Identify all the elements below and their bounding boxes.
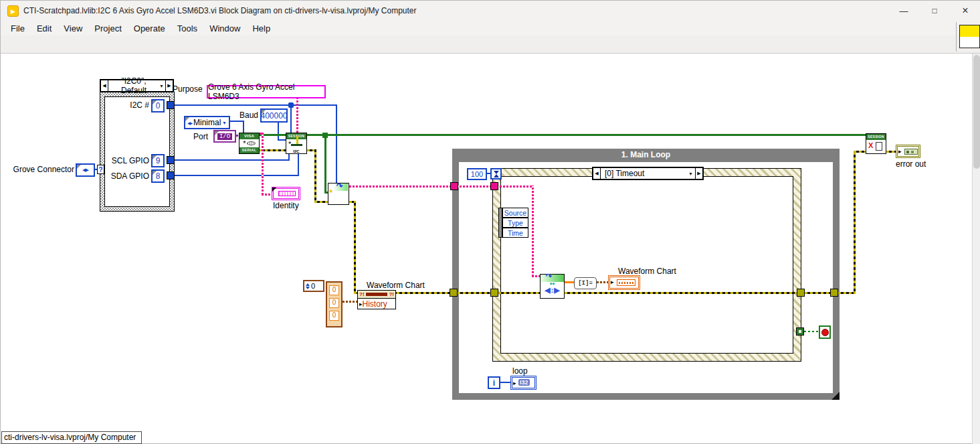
chart-history-property-node[interactable]: ?! ?! ▸ History <box>357 290 396 309</box>
close-button[interactable]: × <box>950 1 980 21</box>
close-session-node[interactable]: SESSION X <box>866 133 886 154</box>
menu-window[interactable]: Window <box>203 22 246 35</box>
wire-error[interactable] <box>354 201 356 294</box>
menu-tools[interactable]: Tools <box>171 22 203 35</box>
wire-error[interactable] <box>854 151 856 294</box>
sda-gpio-constant[interactable]: 8 <box>151 169 165 183</box>
wire-error[interactable] <box>314 149 316 203</box>
wire-sda-gpio[interactable] <box>175 175 299 176</box>
wire-minimal-enum[interactable] <box>243 122 244 133</box>
identity-indicator[interactable] <box>272 187 300 200</box>
wire-error[interactable] <box>886 151 896 153</box>
menu-operate[interactable]: Operate <box>128 22 171 35</box>
wire-cluster[interactable] <box>597 281 608 283</box>
wire-device-reference[interactable] <box>349 186 534 188</box>
wire-visa-session[interactable] <box>260 134 866 136</box>
wire-error[interactable] <box>805 292 830 294</box>
wire-iteration[interactable] <box>500 382 510 383</box>
while-loop-resize-grip[interactable] <box>831 392 840 400</box>
vertical-scrollbar[interactable] <box>972 54 980 444</box>
array-element[interactable]: 0 <box>329 298 339 308</box>
menu-file[interactable]: File <box>5 22 31 35</box>
event-data-time[interactable]: Time <box>502 228 528 238</box>
wire-scl-gpio[interactable] <box>175 159 290 161</box>
case-prev-icon[interactable]: ◀ <box>101 80 108 91</box>
wire-scl-gpio[interactable] <box>288 154 290 161</box>
tunnel-sda-gpio[interactable] <box>167 171 175 179</box>
tunnel-stop-boolean[interactable] <box>796 327 804 336</box>
case-next-icon[interactable]: ▶ <box>165 80 173 91</box>
minimal-enum-constant[interactable]: ◀▶ Minimal ▼ <box>184 116 230 129</box>
i2c-num-constant[interactable]: 0 <box>151 99 165 113</box>
loop-condition-terminal[interactable] <box>819 325 831 339</box>
wire-identity-string[interactable] <box>262 133 264 195</box>
navigation-window[interactable] <box>959 25 980 48</box>
port-visa-constant[interactable]: I/O <box>213 130 236 143</box>
scrollbar-thumb[interactable] <box>973 55 980 169</box>
wire-stop-boolean[interactable] <box>804 331 819 332</box>
wire-device-reference[interactable] <box>532 275 540 277</box>
wire-error[interactable] <box>498 292 540 294</box>
wire-identity-string[interactable] <box>262 194 272 196</box>
history-array-constant[interactable]: 0 0 0 <box>326 281 342 327</box>
tunnel-error-event-left[interactable] <box>490 289 498 297</box>
open-device-reference-node[interactable]: ↷ * <box>328 183 349 205</box>
read-sensor-subvi[interactable]: ↷ ◆◆ ◀↕▶ <box>540 274 565 299</box>
wire-history-data[interactable] <box>342 301 357 303</box>
wire-error[interactable] <box>314 201 328 203</box>
tunnel-scl-gpio[interactable] <box>167 156 175 164</box>
case-selector-value[interactable]: "I2C0", Default <box>108 76 159 95</box>
wire-visa-session-branch[interactable] <box>324 136 326 194</box>
iteration-terminal[interactable]: i <box>488 376 500 389</box>
tunnel-reference-loop[interactable] <box>450 182 458 190</box>
tunnel-error-loop-right[interactable] <box>830 289 838 297</box>
tunnel-error-event-right[interactable] <box>797 289 805 297</box>
event-selector-value[interactable]: [0] Timeout <box>601 169 688 178</box>
array-element[interactable]: 0 <box>329 285 339 295</box>
wire-baud[interactable] <box>278 139 286 141</box>
wire-sda-gpio[interactable] <box>298 154 299 176</box>
baud-constant[interactable]: 400000 <box>260 108 288 123</box>
wire-error[interactable] <box>565 292 797 294</box>
menu-help[interactable]: Help <box>246 22 276 35</box>
event-dropdown-icon[interactable]: ▼ <box>688 171 693 176</box>
event-data-type[interactable]: Type <box>502 218 528 228</box>
array-to-cluster-node[interactable]: [I]≡ <box>574 277 597 289</box>
visa-serial-open-node[interactable]: VISA * SERIAL <box>239 133 260 154</box>
i2c-session-open-node[interactable]: SESSION * I2C <box>286 133 307 154</box>
wire-device-reference[interactable] <box>532 186 534 277</box>
wire-baud[interactable] <box>278 123 279 141</box>
tunnel-reference-event[interactable] <box>490 182 498 190</box>
menu-edit[interactable]: Edit <box>31 22 58 35</box>
grove-connector-terminal[interactable]: ◀▶ <box>76 163 95 177</box>
wire-dbl-array[interactable] <box>565 281 574 283</box>
array-element[interactable]: 0 <box>329 311 339 321</box>
wire-minimal-enum[interactable] <box>230 121 244 122</box>
event-prev-icon[interactable]: ◀ <box>593 168 601 179</box>
case-selector-terminal[interactable]: ? <box>97 165 104 174</box>
loop-counter-indicator[interactable]: ▸ I32 <box>510 376 536 390</box>
waveform-chart-terminal[interactable]: ▸ <box>608 275 640 290</box>
wire-error[interactable] <box>854 151 866 153</box>
tunnel-i2c-num[interactable] <box>167 101 175 109</box>
tunnel-error-loop-left[interactable] <box>450 289 458 297</box>
minimize-button[interactable]: — <box>888 1 919 21</box>
scl-gpio-constant[interactable]: 9 <box>151 154 165 167</box>
menu-view[interactable]: View <box>58 22 88 35</box>
timeout-constant[interactable]: 100 <box>467 168 487 180</box>
purpose-string-constant[interactable]: Grove 6 Axis Gyro Accel LSM6D3 <box>207 85 326 98</box>
event-next-icon[interactable]: ▶ <box>695 168 702 179</box>
wire-i2c-num-branch[interactable] <box>336 106 337 183</box>
event-selector[interactable]: ◀ [0] Timeout ▼ ▶ <box>592 167 704 180</box>
case-dropdown-icon[interactable]: ▼ <box>159 84 164 88</box>
wire-i2c-num-branch[interactable] <box>290 106 292 133</box>
wire-error[interactable] <box>458 292 490 294</box>
case-selector[interactable]: ◀ "I2C0", Default ▼ ▶ <box>100 79 174 92</box>
menu-project[interactable]: Project <box>88 22 127 35</box>
event-timeout-terminal[interactable] <box>490 168 502 179</box>
status-bar-project-path[interactable]: cti-drivers-lv-visa.lvproj/My Computer <box>1 431 142 444</box>
error-out-terminal[interactable]: ▸ <box>896 145 920 158</box>
array-index-box[interactable]: 0 <box>303 280 324 292</box>
wire-i2c-num[interactable] <box>175 104 337 106</box>
wire-purpose-string[interactable] <box>296 98 298 133</box>
